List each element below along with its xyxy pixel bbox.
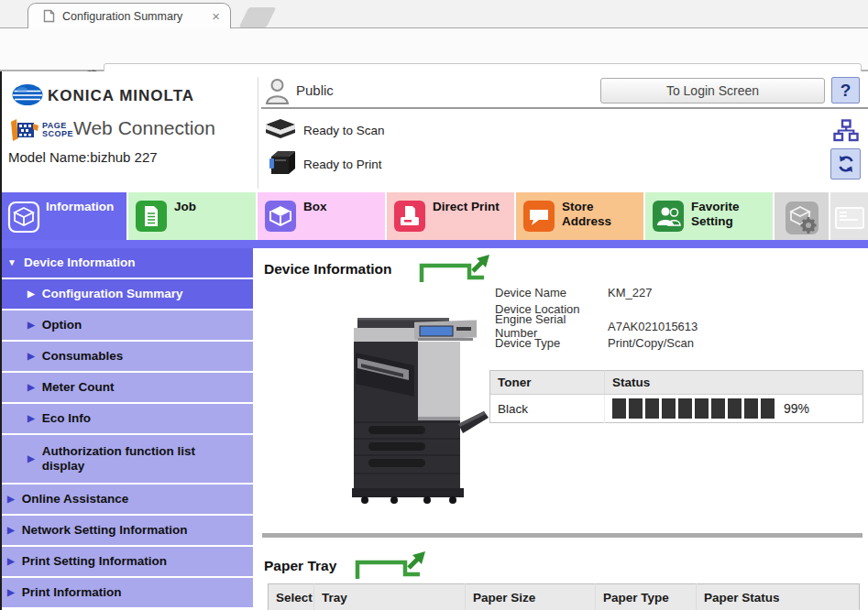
tab-job[interactable]: Job <box>128 192 256 240</box>
browser-address-bar: ← → Ikke sikker | https ://10.0.1.11/wcd… <box>0 28 868 71</box>
job-document-icon <box>136 201 167 232</box>
box-gear-icon <box>785 201 819 235</box>
brand-logo-text: KONICA MINOLTA <box>48 87 194 105</box>
sidebar-item-consumables[interactable]: Consumables <box>0 342 253 371</box>
status-header: Status <box>605 371 863 395</box>
header-divider <box>258 77 258 189</box>
triangle-right-icon <box>27 380 35 395</box>
triangle-right-icon <box>27 287 35 301</box>
function-tab-bar: Information Job Box <box>0 192 868 240</box>
toner-name: Black <box>490 395 605 423</box>
product-name: Web Connection <box>73 117 215 139</box>
triangle-right-icon <box>7 554 15 569</box>
printer-photo <box>330 314 489 505</box>
browser-tab[interactable]: Configuration Summary × <box>27 3 231 28</box>
triangle-right-icon <box>7 492 15 507</box>
active-tab-strip <box>0 240 868 248</box>
toner-table: Toner Status Black 99% <box>489 370 863 423</box>
go-to-top-icon[interactable] <box>354 550 432 581</box>
to-login-screen-button[interactable]: To Login Screen <box>600 78 825 103</box>
tray-header: Tray <box>314 584 466 610</box>
sidebar: Device Information Configuration Summary… <box>0 248 253 610</box>
scanner-status-text: Ready to Scan <box>303 124 385 137</box>
sidebar-item-print-information[interactable]: Print Information <box>0 578 253 607</box>
sidebar-item-print-setting-information[interactable]: Print Setting Information <box>0 547 253 576</box>
sidebar-item-configuration-summary[interactable]: Configuration Summary <box>0 279 253 309</box>
refresh-arrows-icon <box>836 154 856 174</box>
toner-percent: 99% <box>784 401 809 416</box>
tab-counter[interactable] <box>830 192 868 240</box>
sidebar-item-meter-count[interactable]: Meter Count <box>0 373 253 402</box>
field-row: Device NameKM_227 <box>495 284 698 301</box>
app-header: KONICA MINOLTA PAGE SCOPE Web Connection… <box>0 71 868 192</box>
triangle-right-icon <box>27 318 35 332</box>
box-cube-icon <box>265 201 296 232</box>
counter-icon <box>834 201 865 235</box>
triangle-down-icon <box>7 256 16 270</box>
scanner-status-icon <box>263 117 297 140</box>
sidebar-item-option[interactable]: Option <box>0 310 253 340</box>
document-favicon-icon <box>43 9 55 23</box>
section-divider <box>262 533 863 538</box>
browser-tabstrip: Configuration Summary × <box>0 0 868 28</box>
new-tab-button[interactable] <box>239 7 277 27</box>
browser-tab-title: Configuration Summary <box>62 10 209 23</box>
tab-box[interactable]: Box <box>258 192 385 240</box>
store-address-icon <box>523 201 555 232</box>
paper-size-header: Paper Size <box>466 584 596 610</box>
field-row: Device TypePrint/Copy/Scan <box>495 335 698 353</box>
field-row: Engine Serial NumberA7AK021015613 <box>495 318 698 335</box>
direct-print-icon <box>394 201 425 232</box>
window-left-edge <box>0 71 2 610</box>
table-row: Black 99% <box>490 395 863 423</box>
sidebar-item-network-setting-information[interactable]: Network Setting Information <box>0 516 253 545</box>
paper-tray-table: Select Tray Paper Size Paper Type Paper … <box>268 583 860 610</box>
triangle-right-icon <box>27 452 35 466</box>
main-content: Device Information <box>253 248 868 610</box>
go-to-top-icon[interactable] <box>418 253 496 284</box>
sidebar-item-device-information[interactable]: Device Information <box>0 248 253 278</box>
paper-type-header: Paper Type <box>596 584 697 610</box>
device-fields: Device NameKM_227 Device Location Engine… <box>495 284 698 352</box>
tab-store-address[interactable]: Store Address <box>516 192 643 240</box>
favorite-setting-icon <box>653 201 684 232</box>
tab-information[interactable]: Information <box>0 192 126 240</box>
triangle-right-icon <box>7 523 15 538</box>
help-button[interactable]: ? <box>831 77 860 103</box>
screen: Configuration Summary × ← → Ikke sikker … <box>0 0 868 610</box>
tab-close-icon[interactable]: × <box>209 8 223 24</box>
paper-status-header: Paper Status <box>697 584 860 610</box>
printer-status-icon <box>266 145 296 177</box>
konica-minolta-globe-icon <box>11 83 44 106</box>
sidebar-item-authorization-function-list[interactable]: Authorization function list display <box>0 435 253 483</box>
tab-direct-print[interactable]: Direct Print <box>387 192 514 240</box>
device-information-title: Device Information <box>264 261 392 278</box>
toner-level-bar <box>612 398 777 419</box>
network-icon[interactable] <box>833 119 859 143</box>
logged-in-user: Public <box>296 82 334 98</box>
tab-favorite-setting[interactable]: Favorite Setting <box>645 192 773 240</box>
pagescope-text: PAGE SCOPE <box>42 122 73 138</box>
information-cube-icon <box>7 201 40 234</box>
select-header: Select <box>269 584 314 610</box>
model-name: Model Name:bizhub 227 <box>8 149 158 165</box>
user-icon <box>265 78 290 104</box>
refresh-button[interactable] <box>830 148 861 180</box>
printer-status-text: Ready to Print <box>303 158 382 171</box>
pagescope-logo-icon <box>7 116 40 146</box>
toner-header: Toner <box>490 371 605 395</box>
header-rule <box>261 107 868 109</box>
sidebar-item-eco-info[interactable]: Eco Info <box>0 404 253 433</box>
tab-system-settings[interactable] <box>775 192 829 240</box>
sidebar-item-online-assistance[interactable]: Online Assistance <box>0 485 253 514</box>
paper-tray-title: Paper Tray <box>264 558 336 574</box>
triangle-right-icon <box>7 585 15 600</box>
triangle-right-icon <box>27 411 35 426</box>
triangle-right-icon <box>27 349 35 364</box>
